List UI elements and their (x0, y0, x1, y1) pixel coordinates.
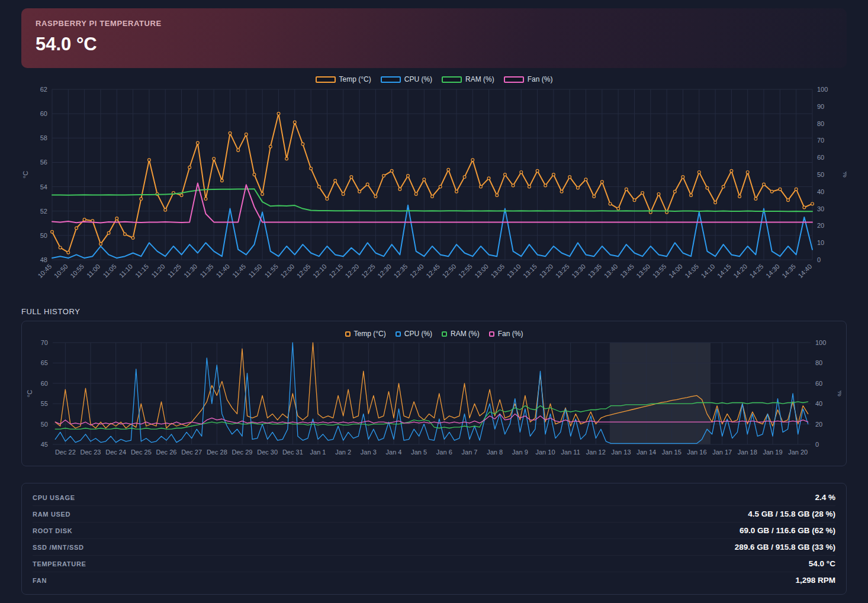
svg-text:Jan 6: Jan 6 (436, 449, 452, 456)
svg-text:12:50: 12:50 (441, 263, 457, 279)
stat-value-fan: 1,298 RPM (795, 576, 835, 585)
svg-text:12:05: 12:05 (295, 263, 312, 279)
svg-text:Jan 7: Jan 7 (462, 449, 478, 456)
legend-label-cpu: CPU (%) (404, 75, 432, 83)
recent-chart-plot[interactable]: 10:4510:5010:5511:0011:0511:1011:1511:20… (21, 83, 847, 295)
legend-item-fan[interactable]: Fan (%) (504, 75, 553, 83)
legend-label-ram: RAM (%) (465, 75, 494, 83)
legend-item-cpu[interactable]: CPU (%) (396, 330, 432, 338)
svg-text:13:15: 13:15 (522, 263, 538, 279)
svg-text:13:50: 13:50 (635, 263, 651, 279)
svg-text:Jan 2: Jan 2 (335, 449, 351, 456)
svg-text:Jan 4: Jan 4 (386, 449, 402, 456)
full-history-plot[interactable]: Dec 22Dec 23Dec 24Dec 25Dec 26Dec 27Dec … (25, 338, 841, 460)
stat-label-root-disk: ROOT DISK (33, 527, 72, 534)
svg-text:10:50: 10:50 (53, 263, 69, 279)
legend-item-fan[interactable]: Fan (%) (489, 330, 523, 338)
svg-text:30: 30 (817, 205, 824, 212)
legend-label-fan: Fan (%) (498, 330, 523, 338)
svg-text:40: 40 (815, 400, 822, 407)
svg-text:11:55: 11:55 (263, 263, 279, 279)
svg-text:Dec 24: Dec 24 (105, 449, 126, 456)
svg-text:11:25: 11:25 (166, 263, 182, 279)
svg-text:13:25: 13:25 (554, 263, 571, 279)
stat-value-cpu-usage: 2.4 % (815, 493, 835, 502)
svg-text:11:50: 11:50 (247, 263, 263, 279)
svg-text:20: 20 (815, 421, 822, 428)
svg-text:14:15: 14:15 (716, 263, 732, 279)
svg-text:12:30: 12:30 (376, 263, 393, 279)
ram-series-swatch-icon (442, 76, 462, 83)
temp-series-swatch-icon (345, 331, 351, 337)
svg-text:40: 40 (817, 188, 824, 195)
svg-text:90: 90 (817, 103, 824, 110)
stat-row-ram-used: RAM USED4.5 GB / 15.8 GB (28 %) (33, 506, 835, 523)
svg-text:100: 100 (817, 86, 828, 93)
svg-text:45: 45 (41, 441, 48, 448)
svg-text:Dec 22: Dec 22 (55, 449, 76, 456)
svg-text:70: 70 (817, 137, 824, 144)
svg-text:10:45: 10:45 (36, 263, 53, 279)
svg-text:0: 0 (817, 256, 821, 263)
stat-value-ram-used: 4.5 GB / 15.8 GB (28 %) (748, 510, 835, 518)
legend-item-ram[interactable]: RAM (%) (442, 75, 494, 83)
svg-text:13:40: 13:40 (603, 263, 619, 279)
svg-text:Jan 18: Jan 18 (738, 449, 757, 456)
svg-text:13:45: 13:45 (619, 263, 635, 279)
svg-text:Dec 25: Dec 25 (131, 449, 152, 456)
svg-text:Dec 26: Dec 26 (156, 449, 177, 456)
svg-text:11:30: 11:30 (182, 263, 198, 279)
svg-text:60: 60 (40, 110, 47, 117)
svg-text:12:10: 12:10 (311, 263, 328, 279)
svg-text:11:45: 11:45 (231, 263, 247, 279)
svg-text:12:35: 12:35 (392, 263, 409, 279)
svg-text:14:00: 14:00 (667, 263, 684, 279)
svg-text:60: 60 (41, 380, 48, 387)
svg-text:65: 65 (41, 359, 48, 366)
stat-value-temperature: 54.0 °C (809, 559, 835, 568)
stat-row-fan: FAN1,298 RPM (33, 572, 835, 588)
svg-text:Dec 29: Dec 29 (232, 449, 253, 456)
svg-text:°C: °C (26, 390, 33, 397)
svg-text:Dec 30: Dec 30 (257, 449, 278, 456)
svg-text:100: 100 (815, 339, 826, 346)
svg-text:Jan 13: Jan 13 (611, 449, 631, 456)
svg-text:Dec 31: Dec 31 (282, 449, 303, 456)
svg-text:10:55: 10:55 (69, 263, 85, 279)
legend-label-temp: Temp (°C) (354, 330, 386, 338)
svg-text:52: 52 (40, 208, 47, 215)
legend-label-fan: Fan (%) (528, 75, 553, 83)
fan-series-swatch-icon (504, 76, 524, 83)
svg-text:10: 10 (817, 239, 824, 246)
temperature-card-value: 54.0 °C (36, 34, 832, 55)
svg-text:12:45: 12:45 (425, 263, 441, 279)
stat-label-ssd-mnt-ssd: SSD /MNT/SSD (33, 544, 84, 551)
svg-text:50: 50 (40, 232, 47, 239)
svg-text:14:05: 14:05 (683, 263, 700, 279)
dashboard: RASPBERRY PI TEMPERATURE 54.0 °C Temp (°… (0, 0, 868, 603)
svg-text:Jan 10: Jan 10 (535, 449, 555, 456)
stats-panel: CPU USAGE2.4 %RAM USED4.5 GB / 15.8 GB (… (21, 483, 847, 595)
legend-item-ram[interactable]: RAM (%) (442, 330, 480, 338)
legend-label-cpu: CPU (%) (404, 330, 432, 338)
svg-text:13:00: 13:00 (473, 263, 490, 279)
svg-text:Jan 15: Jan 15 (662, 449, 681, 456)
svg-text:Jan 8: Jan 8 (487, 449, 503, 456)
svg-text:13:05: 13:05 (489, 263, 506, 279)
svg-text:11:10: 11:10 (118, 263, 134, 279)
svg-text:55: 55 (41, 400, 48, 407)
svg-text:80: 80 (817, 120, 824, 127)
legend-item-cpu[interactable]: CPU (%) (381, 75, 432, 83)
legend-item-temp[interactable]: Temp (°C) (316, 75, 371, 83)
stat-label-fan: FAN (33, 577, 47, 584)
svg-text:13:35: 13:35 (586, 263, 603, 279)
svg-text:14:20: 14:20 (732, 263, 748, 279)
svg-text:12:15: 12:15 (327, 263, 344, 279)
svg-text:11:35: 11:35 (198, 263, 214, 279)
svg-text:0: 0 (815, 441, 819, 448)
svg-text:13:20: 13:20 (538, 263, 554, 279)
full-history-legend: Temp (°C)CPU (%)RAM (%)Fan (%) (25, 330, 843, 338)
svg-text:°C: °C (22, 171, 29, 178)
svg-text:11:20: 11:20 (150, 263, 166, 279)
legend-item-temp[interactable]: Temp (°C) (345, 330, 386, 338)
